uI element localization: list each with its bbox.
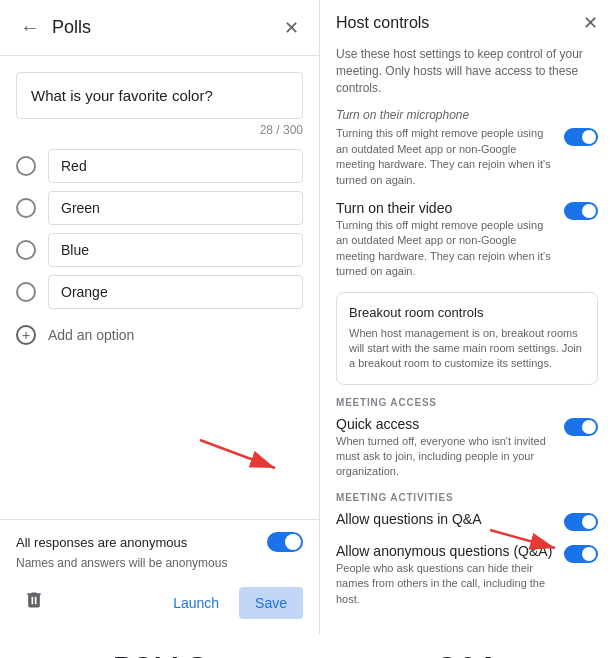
video-desc: Turning this off might remove people usi… [336,218,556,280]
bottom-labels: POLLS Q&A [0,635,614,658]
question-text: What is your favorite color? [31,87,213,104]
breakout-title: Breakout room controls [349,305,585,320]
quick-access-check: ✓ [586,421,594,431]
back-button[interactable]: ← [16,12,44,43]
action-buttons: Launch Save [161,587,303,619]
meeting-access-label: MEETING ACCESS [336,397,598,408]
video-toggle-check: ✓ [586,205,594,215]
video-label: Turn on their video [336,200,556,216]
radio-orange [16,282,36,302]
breakout-desc: When host management is on, breakout roo… [349,326,585,372]
char-count: 28 / 300 [16,123,303,137]
option-row [16,233,303,267]
back-icon: ← [20,16,40,39]
add-option-row[interactable]: + Add an option [16,317,303,353]
host-header: Host controls ✕ [320,0,614,46]
allow-anon-qa-desc: People who ask questions can hide their … [336,561,556,607]
allow-anon-qa-text: Allow anonymous questions (Q&A) People w… [336,543,556,607]
allow-anon-qa-toggle[interactable]: ✓ [564,545,598,563]
launch-button[interactable]: Launch [161,587,231,619]
polls-panel: ← Polls ✕ What is your favorite color? 2… [0,0,320,635]
video-control: Turn on their video Turning this off mig… [336,200,598,280]
microphone-text: Turning this off might remove people usi… [336,126,556,188]
add-option-label: Add an option [48,327,134,343]
breakout-room-box: Breakout room controls When host managem… [336,292,598,385]
polls-bottom-label: POLLS [0,643,320,658]
quick-access-text: Quick access When turned off, everyone w… [336,416,556,480]
polls-content: What is your favorite color? 28 / 300 [0,56,319,519]
meeting-activities-label: MEETING ACTIVITIES [336,492,598,503]
allow-qa-label: Allow questions in Q&A [336,511,556,527]
anonymous-toggle[interactable]: ✓ [267,532,303,552]
option-input-red[interactable] [48,149,303,183]
option-input-orange[interactable] [48,275,303,309]
host-content: Use these host settings to keep control … [320,46,614,635]
microphone-toggle[interactable]: ✓ [564,128,598,146]
toggle-check-icon: ✓ [291,536,299,547]
allow-qa-text: Allow questions in Q&A [336,511,556,529]
quick-access-toggle[interactable]: ✓ [564,418,598,436]
quick-access-control: Quick access When turned off, everyone w… [336,416,598,480]
quick-access-desc: When turned off, everyone who isn't invi… [336,434,556,480]
mic-toggle-check: ✓ [586,131,594,141]
footer-actions: Launch Save [16,582,303,623]
option-input-blue[interactable] [48,233,303,267]
delete-button[interactable] [16,582,52,623]
radio-blue [16,240,36,260]
polls-title: Polls [52,17,280,38]
option-row [16,191,303,225]
polls-close-icon: ✕ [284,18,299,38]
allow-qa-control: Allow questions in Q&A ✓ [336,511,598,531]
host-controls-panel: Host controls ✕ Use these host settings … [320,0,614,635]
option-row [16,149,303,183]
save-button[interactable]: Save [239,587,303,619]
polls-header: ← Polls ✕ [0,0,319,56]
question-box: What is your favorite color? [16,72,303,119]
allow-anon-qa-label: Allow anonymous questions (Q&A) [336,543,556,559]
polls-footer: All responses are anonymous ✓ Names and … [0,519,319,635]
radio-green [16,198,36,218]
anonymous-label: All responses are anonymous [16,535,267,550]
add-option-icon: + [16,325,36,345]
microphone-desc: Turning this off might remove people usi… [336,126,556,188]
allow-anon-qa-check: ✓ [586,548,594,558]
allow-qa-check: ✓ [586,516,594,526]
quick-access-label: Quick access [336,416,556,432]
host-description: Use these host settings to keep control … [336,46,598,96]
allow-qa-toggle[interactable]: ✓ [564,513,598,531]
video-toggle[interactable]: ✓ [564,202,598,220]
host-controls-title: Host controls [336,14,429,32]
host-close-icon: ✕ [583,13,598,33]
anonymous-note: Names and answers will be anonymous [16,556,303,570]
polls-close-button[interactable]: ✕ [280,13,303,43]
host-close-button[interactable]: ✕ [583,12,598,34]
option-row [16,275,303,309]
anonymous-row: All responses are anonymous ✓ [16,532,303,552]
qa-bottom-label: Q&A [320,643,614,658]
microphone-control: Turning this off might remove people usi… [336,126,598,188]
trash-icon [24,590,44,610]
radio-red [16,156,36,176]
microphone-partial: Turn on their microphone [336,108,598,122]
allow-anon-qa-control: Allow anonymous questions (Q&A) People w… [336,543,598,607]
video-text: Turn on their video Turning this off mig… [336,200,556,280]
option-input-green[interactable] [48,191,303,225]
